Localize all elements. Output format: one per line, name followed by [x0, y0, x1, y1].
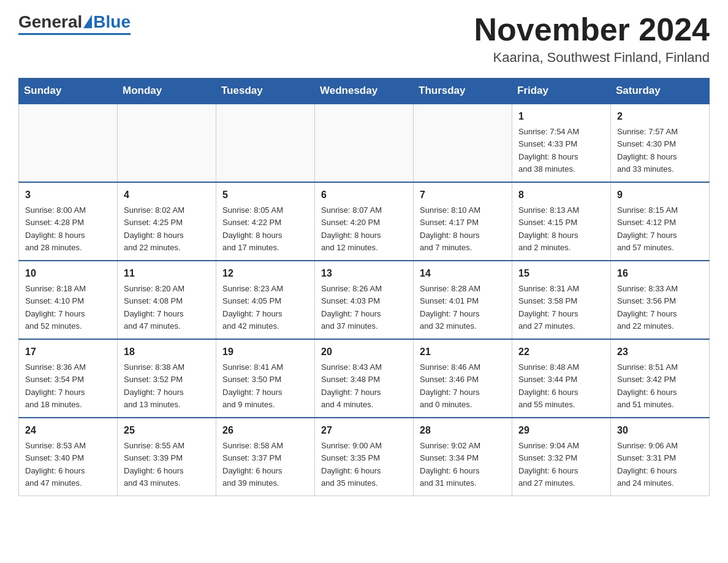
- day-number: 7: [420, 188, 506, 202]
- day-number: 15: [518, 266, 604, 281]
- week-row-1: 1Sunrise: 7:54 AM Sunset: 4:33 PM Daylig…: [19, 104, 710, 182]
- day-number: 5: [222, 188, 308, 202]
- day-number: 3: [25, 188, 111, 202]
- month-title: November 2024: [474, 12, 710, 47]
- calendar-cell: 10Sunrise: 8:18 AM Sunset: 4:10 PM Dayli…: [19, 261, 118, 339]
- calendar-cell: 18Sunrise: 8:38 AM Sunset: 3:52 PM Dayli…: [118, 339, 216, 418]
- logo: General Blue: [18, 12, 131, 35]
- day-number: 29: [518, 423, 604, 438]
- day-info: Sunrise: 8:13 AM Sunset: 4:15 PM Dayligh…: [518, 205, 579, 252]
- header-monday: Monday: [118, 79, 216, 104]
- day-number: 28: [420, 423, 506, 438]
- day-info: Sunrise: 9:04 AM Sunset: 3:32 PM Dayligh…: [518, 441, 579, 488]
- calendar-table: SundayMondayTuesdayWednesdayThursdayFrid…: [18, 78, 710, 496]
- day-info: Sunrise: 8:15 AM Sunset: 4:12 PM Dayligh…: [617, 205, 678, 252]
- day-number: 1: [518, 109, 604, 124]
- calendar-cell: [414, 104, 512, 182]
- calendar-cell: 8Sunrise: 8:13 AM Sunset: 4:15 PM Daylig…: [512, 182, 611, 261]
- day-number: 30: [617, 423, 703, 438]
- day-info: Sunrise: 8:55 AM Sunset: 3:39 PM Dayligh…: [124, 441, 184, 488]
- day-number: 14: [420, 266, 506, 281]
- calendar-cell: 14Sunrise: 8:28 AM Sunset: 4:01 PM Dayli…: [414, 261, 512, 339]
- day-info: Sunrise: 8:18 AM Sunset: 4:10 PM Dayligh…: [25, 284, 86, 331]
- calendar-cell: 22Sunrise: 8:48 AM Sunset: 3:44 PM Dayli…: [512, 339, 611, 418]
- day-info: Sunrise: 8:38 AM Sunset: 3:52 PM Dayligh…: [124, 362, 184, 409]
- day-number: 10: [25, 266, 111, 281]
- calendar-cell: 11Sunrise: 8:20 AM Sunset: 4:08 PM Dayli…: [118, 261, 216, 339]
- day-info: Sunrise: 8:05 AM Sunset: 4:22 PM Dayligh…: [222, 205, 283, 252]
- day-info: Sunrise: 8:00 AM Sunset: 4:28 PM Dayligh…: [25, 205, 86, 252]
- title-area: November 2024 Kaarina, Southwest Finland…: [474, 12, 710, 66]
- day-number: 11: [124, 266, 210, 281]
- day-info: Sunrise: 8:02 AM Sunset: 4:25 PM Dayligh…: [124, 205, 184, 252]
- calendar-cell: [216, 104, 315, 182]
- calendar-cell: 28Sunrise: 9:02 AM Sunset: 3:34 PM Dayli…: [414, 418, 512, 496]
- calendar-cell: 19Sunrise: 8:41 AM Sunset: 3:50 PM Dayli…: [216, 339, 315, 418]
- day-info: Sunrise: 8:26 AM Sunset: 4:03 PM Dayligh…: [321, 284, 382, 331]
- week-row-3: 10Sunrise: 8:18 AM Sunset: 4:10 PM Dayli…: [19, 261, 710, 339]
- calendar-cell: 4Sunrise: 8:02 AM Sunset: 4:25 PM Daylig…: [118, 182, 216, 261]
- calendar-cell: 24Sunrise: 8:53 AM Sunset: 3:40 PM Dayli…: [19, 418, 118, 496]
- logo-general-text: General: [18, 12, 82, 32]
- day-info: Sunrise: 7:54 AM Sunset: 4:33 PM Dayligh…: [518, 127, 579, 174]
- day-info: Sunrise: 8:23 AM Sunset: 4:05 PM Dayligh…: [222, 284, 283, 331]
- calendar-cell: 5Sunrise: 8:05 AM Sunset: 4:22 PM Daylig…: [216, 182, 315, 261]
- day-info: Sunrise: 9:02 AM Sunset: 3:34 PM Dayligh…: [420, 441, 480, 488]
- day-number: 13: [321, 266, 407, 281]
- calendar-cell: 30Sunrise: 9:06 AM Sunset: 3:31 PM Dayli…: [611, 418, 710, 496]
- calendar-cell: 2Sunrise: 7:57 AM Sunset: 4:30 PM Daylig…: [611, 104, 710, 182]
- calendar-cell: [118, 104, 216, 182]
- calendar-cell: 27Sunrise: 9:00 AM Sunset: 3:35 PM Dayli…: [315, 418, 414, 496]
- logo-triangle-icon: [83, 15, 92, 28]
- calendar-header-row: SundayMondayTuesdayWednesdayThursdayFrid…: [19, 79, 710, 104]
- day-info: Sunrise: 8:31 AM Sunset: 3:58 PM Dayligh…: [518, 284, 579, 331]
- day-number: 25: [124, 423, 210, 438]
- header-saturday: Saturday: [611, 79, 710, 104]
- header-thursday: Thursday: [414, 79, 512, 104]
- header-tuesday: Tuesday: [216, 79, 315, 104]
- day-number: 23: [617, 345, 703, 359]
- day-info: Sunrise: 8:33 AM Sunset: 3:56 PM Dayligh…: [617, 284, 678, 331]
- calendar-cell: 29Sunrise: 9:04 AM Sunset: 3:32 PM Dayli…: [512, 418, 611, 496]
- day-info: Sunrise: 7:57 AM Sunset: 4:30 PM Dayligh…: [617, 127, 678, 174]
- calendar-cell: 9Sunrise: 8:15 AM Sunset: 4:12 PM Daylig…: [611, 182, 710, 261]
- logo-blue-text: Blue: [93, 12, 131, 32]
- calendar-cell: 16Sunrise: 8:33 AM Sunset: 3:56 PM Dayli…: [611, 261, 710, 339]
- day-number: 2: [617, 109, 703, 124]
- day-info: Sunrise: 8:51 AM Sunset: 3:42 PM Dayligh…: [617, 362, 678, 409]
- day-number: 20: [321, 345, 407, 359]
- day-number: 17: [25, 345, 111, 359]
- calendar-cell: 26Sunrise: 8:58 AM Sunset: 3:37 PM Dayli…: [216, 418, 315, 496]
- calendar-cell: 25Sunrise: 8:55 AM Sunset: 3:39 PM Dayli…: [118, 418, 216, 496]
- day-info: Sunrise: 8:43 AM Sunset: 3:48 PM Dayligh…: [321, 362, 382, 409]
- day-info: Sunrise: 8:58 AM Sunset: 3:37 PM Dayligh…: [222, 441, 283, 488]
- header-wednesday: Wednesday: [315, 79, 414, 104]
- day-number: 12: [222, 266, 308, 281]
- calendar-cell: 3Sunrise: 8:00 AM Sunset: 4:28 PM Daylig…: [19, 182, 118, 261]
- header-sunday: Sunday: [19, 79, 118, 104]
- logo-underline: [18, 33, 131, 35]
- day-number: 16: [617, 266, 703, 281]
- calendar-cell: 7Sunrise: 8:10 AM Sunset: 4:17 PM Daylig…: [414, 182, 512, 261]
- day-info: Sunrise: 8:20 AM Sunset: 4:08 PM Dayligh…: [124, 284, 184, 331]
- calendar-cell: 15Sunrise: 8:31 AM Sunset: 3:58 PM Dayli…: [512, 261, 611, 339]
- calendar-cell: 23Sunrise: 8:51 AM Sunset: 3:42 PM Dayli…: [611, 339, 710, 418]
- location-subtitle: Kaarina, Southwest Finland, Finland: [474, 50, 710, 66]
- calendar-cell: 13Sunrise: 8:26 AM Sunset: 4:03 PM Dayli…: [315, 261, 414, 339]
- calendar-cell: [315, 104, 414, 182]
- day-number: 27: [321, 423, 407, 438]
- day-number: 21: [420, 345, 506, 359]
- calendar-cell: 6Sunrise: 8:07 AM Sunset: 4:20 PM Daylig…: [315, 182, 414, 261]
- week-row-2: 3Sunrise: 8:00 AM Sunset: 4:28 PM Daylig…: [19, 182, 710, 261]
- day-number: 26: [222, 423, 308, 438]
- day-info: Sunrise: 8:53 AM Sunset: 3:40 PM Dayligh…: [25, 441, 86, 488]
- day-info: Sunrise: 8:41 AM Sunset: 3:50 PM Dayligh…: [222, 362, 283, 409]
- week-row-5: 24Sunrise: 8:53 AM Sunset: 3:40 PM Dayli…: [19, 418, 710, 496]
- calendar-cell: [19, 104, 118, 182]
- day-info: Sunrise: 8:28 AM Sunset: 4:01 PM Dayligh…: [420, 284, 480, 331]
- day-number: 19: [222, 345, 308, 359]
- day-info: Sunrise: 8:48 AM Sunset: 3:44 PM Dayligh…: [518, 362, 579, 409]
- day-number: 22: [518, 345, 604, 359]
- day-info: Sunrise: 8:46 AM Sunset: 3:46 PM Dayligh…: [420, 362, 480, 409]
- day-info: Sunrise: 9:00 AM Sunset: 3:35 PM Dayligh…: [321, 441, 382, 488]
